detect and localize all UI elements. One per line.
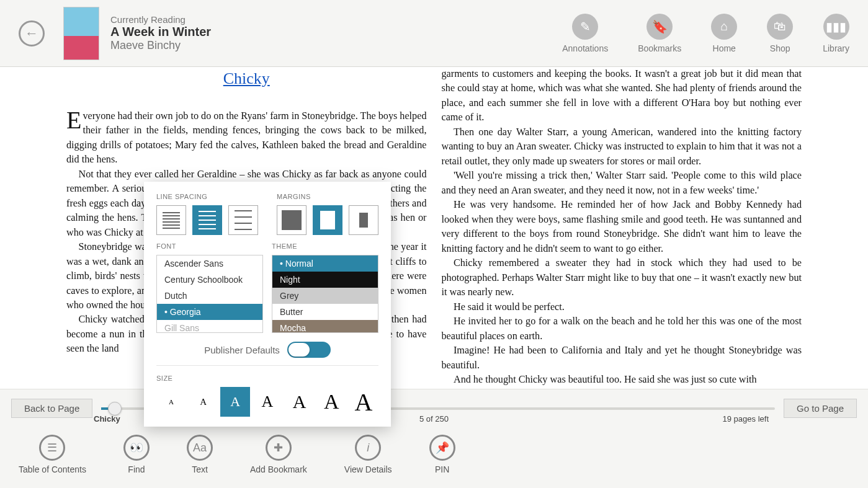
font-option-gill-sans[interactable]: Gill Sans: [157, 320, 262, 333]
publisher-defaults-toggle[interactable]: [287, 342, 331, 358]
reader-page-right: garments to customers and keeping the bo…: [434, 67, 810, 389]
font-option-georgia[interactable]: Georgia: [157, 304, 262, 320]
toc-button[interactable]: ☰ Table of Contents: [19, 435, 86, 481]
back-to-page-button[interactable]: Back to Page: [11, 399, 92, 418]
text-settings-button[interactable]: Aa Text: [187, 435, 213, 481]
view-details-button[interactable]: i View Details: [344, 435, 392, 481]
chapter-title[interactable]: Chicky: [66, 67, 427, 91]
theme-option-grey[interactable]: Grey: [272, 288, 378, 304]
back-arrow-icon: ←: [25, 25, 38, 42]
publisher-defaults-label: Publisher Defaults: [204, 345, 280, 355]
font-size-1[interactable]: A: [156, 387, 186, 417]
margins-wide[interactable]: [349, 205, 378, 235]
find-button[interactable]: 👀 Find: [123, 435, 150, 481]
theme-label: THEME: [272, 242, 378, 250]
font-size-5[interactable]: A: [285, 387, 315, 417]
back-button[interactable]: ←: [19, 20, 45, 47]
reading-status-label: Currently Reading: [110, 14, 211, 25]
home-button[interactable]: ⌂ Home: [711, 14, 737, 53]
pin-button[interactable]: 📌 PIN: [429, 435, 455, 481]
pin-icon: 📌: [429, 435, 455, 461]
theme-option-normal[interactable]: Normal: [272, 255, 378, 272]
margins-label: MARGINS: [277, 193, 378, 200]
size-label: SIZE: [156, 375, 378, 382]
book-cover-thumbnail[interactable]: [63, 7, 99, 60]
theme-list[interactable]: Normal Night Grey Butter Mocha: [272, 255, 378, 333]
dropcap: E: [66, 109, 83, 131]
font-size-3[interactable]: A: [220, 387, 250, 417]
add-bookmark-button[interactable]: ✚ Add Bookmark: [250, 435, 307, 481]
book-author: Maeve Binchy: [110, 39, 211, 52]
go-to-page-button[interactable]: Go to Page: [784, 399, 857, 418]
theme-option-night[interactable]: Night: [272, 272, 378, 288]
home-icon: ⌂: [711, 14, 737, 40]
text-settings-popup: LINE SPACING MARGINS FONT Ascender Sans …: [144, 182, 391, 427]
bookmark-add-icon: ✚: [266, 435, 292, 461]
bookmarks-button[interactable]: 🔖 Bookmarks: [638, 14, 681, 53]
font-size-4[interactable]: A: [253, 387, 282, 417]
font-option-century-schoolbook[interactable]: Century Schoolbook: [157, 272, 262, 288]
book-info: Currently Reading A Week in Winter Maeve…: [110, 14, 211, 52]
font-size-6[interactable]: A: [316, 387, 346, 417]
pages-left-label: 19 pages left: [723, 414, 769, 424]
shop-button[interactable]: 🛍 Shop: [767, 14, 793, 53]
annotations-button[interactable]: ✎ Annotations: [562, 14, 608, 53]
font-label: FONT: [156, 242, 263, 250]
shop-icon: 🛍: [767, 14, 793, 40]
line-spacing-tight[interactable]: [156, 205, 186, 235]
font-size-7[interactable]: A: [349, 387, 378, 417]
font-size-row: A A A A A A A: [156, 387, 378, 417]
font-option-ascender-sans[interactable]: Ascender Sans: [157, 255, 262, 272]
theme-option-butter[interactable]: Butter: [272, 304, 378, 320]
highlighter-icon: ✎: [572, 14, 598, 40]
theme-option-mocha[interactable]: Mocha: [272, 320, 378, 333]
font-option-dutch[interactable]: Dutch: [157, 288, 262, 304]
top-actions: ✎ Annotations 🔖 Bookmarks ⌂ Home 🛍 Shop …: [562, 14, 849, 53]
line-spacing-label: LINE SPACING: [156, 193, 258, 200]
book-title: A Week in Winter: [110, 25, 211, 39]
text-icon: Aa: [187, 435, 213, 461]
top-bar: ← Currently Reading A Week in Winter Mae…: [0, 0, 868, 67]
line-spacing-normal[interactable]: [192, 205, 222, 235]
info-icon: i: [355, 435, 381, 461]
bottom-bar: ☰ Table of Contents 👀 Find Aa Text ✚ Add…: [0, 427, 868, 488]
binoculars-icon: 👀: [123, 435, 150, 461]
library-icon: ▮▮▮: [823, 14, 849, 40]
library-button[interactable]: ▮▮▮ Library: [823, 14, 849, 53]
margins-narrow[interactable]: [277, 205, 306, 235]
font-list[interactable]: Ascender Sans Century Schoolbook Dutch G…: [156, 255, 263, 333]
margins-normal[interactable]: [313, 205, 342, 235]
reader-area[interactable]: Chicky Everyone had their own job to do …: [0, 67, 868, 389]
slider-thumb[interactable]: [108, 402, 122, 415]
font-size-2[interactable]: A: [189, 387, 218, 417]
bookmark-icon: 🔖: [647, 14, 673, 40]
page-count-label: 5 of 250: [419, 414, 449, 424]
progress-bar: Back to Page Go to Page Chicky 5 of 250 …: [0, 389, 868, 427]
list-icon: ☰: [39, 435, 65, 461]
line-spacing-loose[interactable]: [228, 205, 258, 235]
slider-chapter-label: Chicky: [94, 414, 120, 424]
